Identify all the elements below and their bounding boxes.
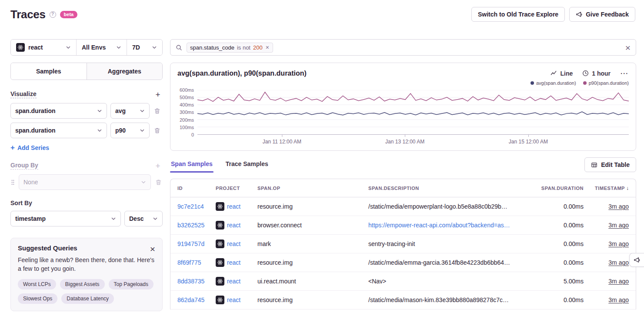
project-link[interactable]: react bbox=[227, 240, 240, 247]
project-link[interactable]: react bbox=[227, 259, 240, 266]
sort-direction-select[interactable]: Desc bbox=[124, 211, 163, 226]
plus-icon: + bbox=[10, 144, 15, 151]
column-header-span-description[interactable]: SPAN.DESCRIPTION bbox=[365, 186, 531, 191]
table-row: 8f69f775 react resource.img /static/medi… bbox=[170, 253, 636, 272]
legend-item-p90[interactable]: p90(span.duration) bbox=[583, 80, 629, 86]
add-visualize-button[interactable]: + bbox=[153, 90, 163, 99]
span-op-cell: resource.img bbox=[254, 259, 365, 266]
visualize-row: span.duration avg bbox=[10, 103, 163, 119]
feedback-edge-button[interactable] bbox=[629, 253, 644, 267]
clear-search-button[interactable]: × bbox=[625, 43, 631, 52]
switch-old-trace-explore-button[interactable]: Switch to Old Trace Explore bbox=[471, 7, 565, 22]
project-selector[interactable]: react bbox=[11, 40, 76, 55]
chart-type-control[interactable]: Line bbox=[551, 70, 573, 77]
table-row: b3262525 react browser.connect https://e… bbox=[170, 216, 636, 235]
legend-item-avg[interactable]: avg(span.duration) bbox=[531, 80, 576, 86]
span-id-cell: 8f69f775 bbox=[170, 259, 212, 266]
suggested-query-chip[interactable]: Worst LCPs bbox=[18, 279, 56, 289]
line-chart-icon bbox=[551, 70, 557, 77]
visualize-field-select[interactable]: span.duration bbox=[10, 103, 107, 119]
span-id-link[interactable]: 8dd38735 bbox=[177, 278, 204, 285]
chart-plot-svg bbox=[197, 90, 629, 135]
delete-series-button[interactable] bbox=[153, 126, 161, 135]
project-link[interactable]: react bbox=[227, 278, 240, 285]
span-id-cell: 862da745 bbox=[170, 296, 212, 303]
timestamp-link[interactable]: 3m ago bbox=[608, 278, 629, 285]
span-op-cell: browser.connect bbox=[254, 222, 365, 229]
megaphone-icon bbox=[576, 11, 582, 18]
column-header-span-duration[interactable]: SPAN.DURATION bbox=[531, 186, 587, 191]
sort-field-select[interactable]: timestamp bbox=[10, 211, 121, 226]
suggested-query-chip[interactable]: Slowest Ops bbox=[18, 293, 57, 304]
column-header-project[interactable]: PROJECT bbox=[212, 186, 254, 191]
remove-filter-token-icon[interactable]: × bbox=[265, 44, 270, 50]
project-cell: react bbox=[212, 221, 254, 230]
give-feedback-button[interactable]: Give Feedback bbox=[569, 7, 635, 22]
timestamp-link[interactable]: 3m ago bbox=[608, 259, 629, 266]
timestamp-link[interactable]: 3m ago bbox=[608, 203, 629, 210]
sort-by-heading: Sort By bbox=[10, 200, 32, 207]
column-header-span-op[interactable]: SPAN.OP bbox=[254, 186, 365, 191]
timestamp-link[interactable]: 3m ago bbox=[608, 222, 629, 229]
column-header-timestamp[interactable]: TIMESTAMP↓ bbox=[587, 185, 636, 191]
filter-token-value: 200 bbox=[253, 44, 263, 51]
project-link[interactable]: react bbox=[227, 296, 240, 303]
table-row: 8dd38735 react ui.react.mount <Nav> 5.00… bbox=[170, 272, 636, 291]
timestamp-link[interactable]: 3m ago bbox=[608, 240, 629, 247]
project-link[interactable]: react bbox=[227, 203, 240, 210]
tab-span-samples[interactable]: Span Samples bbox=[170, 157, 214, 173]
span-id-link[interactable]: 9c7e21c4 bbox=[177, 203, 204, 210]
environment-selector[interactable]: All Envs bbox=[76, 40, 127, 55]
timestamp-link[interactable]: 3m ago bbox=[608, 296, 629, 303]
tab-aggregates[interactable]: Aggregates bbox=[87, 63, 163, 80]
date-range-selector[interactable]: 7D bbox=[127, 40, 162, 55]
delete-series-button[interactable] bbox=[153, 107, 161, 115]
visualize-field-select[interactable]: span.duration bbox=[10, 123, 107, 138]
project-cell: react bbox=[212, 202, 254, 211]
tab-trace-samples[interactable]: Trace Samples bbox=[225, 157, 269, 173]
span-duration-cell: 0.00ms bbox=[531, 259, 587, 266]
column-header-id[interactable]: ID bbox=[170, 186, 212, 191]
add-series-button[interactable]: + Add Series bbox=[10, 144, 49, 151]
span-description: https://empower-react-api.com/about?back… bbox=[368, 222, 510, 229]
y-axis-label: 600ms bbox=[177, 87, 194, 93]
span-id-link[interactable]: 9194757d bbox=[177, 240, 204, 247]
drag-handle-icon[interactable] bbox=[10, 179, 15, 186]
table-icon bbox=[591, 162, 597, 168]
page-filter-bar: react All Envs 7D span.statu bbox=[10, 39, 636, 56]
project-link[interactable]: react bbox=[227, 222, 240, 229]
group-by-select[interactable]: None bbox=[19, 174, 151, 190]
help-icon[interactable]: ? bbox=[50, 11, 56, 18]
chart-more-options-button[interactable]: ⋯ bbox=[620, 69, 629, 77]
search-bar[interactable]: span.status_code is not 200 × × bbox=[170, 39, 636, 56]
chevron-down-icon bbox=[116, 45, 121, 50]
react-project-icon bbox=[216, 258, 224, 267]
environment-selector-label: All Envs bbox=[82, 44, 106, 51]
span-id-link[interactable]: 862da745 bbox=[177, 296, 204, 303]
react-project-icon bbox=[216, 221, 224, 230]
suggested-query-chip[interactable]: Database Latency bbox=[61, 293, 114, 304]
span-id-cell: b3262525 bbox=[170, 222, 212, 229]
timestamp-cell: 3m ago bbox=[587, 278, 636, 285]
chart-canvas[interactable]: Jan 11 12:00 AM Jan 13 12:00 AM Jan 15 1… bbox=[197, 90, 629, 146]
edit-table-button[interactable]: Edit Table bbox=[584, 157, 636, 172]
span-id-link[interactable]: 8f69f775 bbox=[177, 259, 201, 266]
search-filter-token[interactable]: span.status_code is not 200 × bbox=[187, 43, 273, 53]
visualize-aggregate-select[interactable]: avg bbox=[110, 103, 150, 119]
project-selector-label: react bbox=[28, 44, 43, 51]
chart-controls: Line 1 hour ⋯ bbox=[551, 69, 629, 77]
chevron-down-icon bbox=[140, 108, 145, 113]
visualize-aggregate-select[interactable]: p90 bbox=[110, 123, 150, 138]
suggested-query-chip[interactable]: Biggest Assets bbox=[60, 279, 105, 289]
span-id-link[interactable]: b3262525 bbox=[177, 222, 204, 229]
add-group-by-button[interactable]: + bbox=[153, 161, 163, 170]
suggested-query-chip[interactable]: Top Pageloads bbox=[109, 279, 153, 289]
tab-samples[interactable]: Samples bbox=[11, 63, 87, 80]
delete-group-by-button[interactable] bbox=[154, 178, 163, 186]
chart-interval-control[interactable]: 1 hour bbox=[582, 70, 611, 77]
close-icon[interactable]: × bbox=[150, 244, 155, 253]
suggested-queries-body: Feeling like a newb? Been there, done th… bbox=[18, 256, 155, 273]
span-description-cell: /static/media/empowerplant-logo.b5e8a88c… bbox=[365, 203, 531, 210]
table-row: 9194757d react mark sentry-tracing-init … bbox=[170, 235, 636, 253]
y-axis-label: 100ms bbox=[177, 125, 194, 130]
